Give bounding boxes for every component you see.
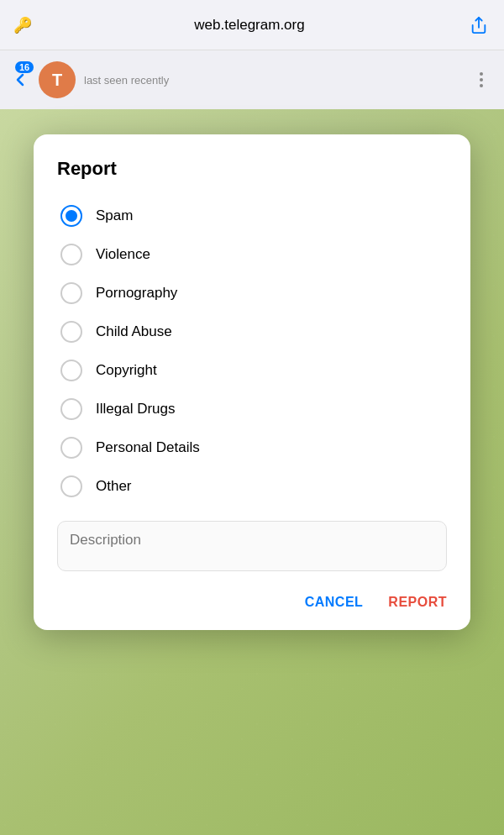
option-label-spam: Spam	[96, 207, 133, 224]
list-item[interactable]: Illegal Drugs	[57, 390, 447, 428]
lock-icon: 🔑	[13, 16, 32, 34]
modal-overlay: Report Spam Violence Pornography Child A…	[0, 109, 504, 835]
more-button[interactable]	[469, 72, 494, 87]
modal-actions: CANCEL REPORT	[57, 595, 447, 610]
description-input[interactable]	[57, 521, 447, 571]
radio-copyright[interactable]	[60, 360, 82, 381]
share-button[interactable]	[467, 13, 491, 37]
option-label-other: Other	[96, 478, 132, 495]
report-button[interactable]: REPORT	[388, 595, 447, 610]
list-item[interactable]: Child Abuse	[57, 312, 447, 351]
option-label-violence: Violence	[96, 246, 150, 263]
modal-title: Report	[57, 158, 447, 180]
option-label-child-abuse: Child Abuse	[96, 323, 172, 340]
radio-personal-details[interactable]	[60, 437, 82, 459]
cancel-button[interactable]: CANCEL	[305, 595, 364, 610]
browser-bar: 🔑 web.telegram.org	[0, 0, 504, 50]
back-button[interactable]: 16	[10, 70, 30, 90]
radio-pornography[interactable]	[60, 282, 82, 304]
radio-violence[interactable]	[60, 244, 82, 265]
radio-illegal-drugs[interactable]	[60, 398, 82, 420]
avatar: T	[39, 61, 76, 98]
option-label-copyright: Copyright	[96, 362, 157, 379]
list-item[interactable]: Personal Details	[57, 428, 447, 467]
list-item[interactable]: Pornography	[57, 274, 447, 312]
list-item[interactable]: Violence	[57, 235, 447, 274]
back-badge: 16	[15, 61, 34, 73]
browser-url[interactable]: web.telegram.org	[32, 17, 467, 34]
chat-header: 16 T last seen recently	[0, 50, 504, 109]
report-options-list: Spam Violence Pornography Child Abuse Co…	[57, 197, 447, 506]
radio-spam[interactable]	[60, 205, 82, 227]
option-label-pornography: Pornography	[96, 285, 177, 302]
option-label-illegal-drugs: Illegal Drugs	[96, 401, 176, 418]
radio-other[interactable]	[60, 475, 82, 497]
option-label-personal-details: Personal Details	[96, 439, 200, 456]
radio-child-abuse[interactable]	[60, 321, 82, 343]
chat-status: last seen recently	[84, 74, 460, 87]
chat-info: last seen recently	[84, 74, 460, 87]
list-item[interactable]: Other	[57, 467, 447, 506]
list-item[interactable]: Copyright	[57, 351, 447, 390]
report-modal: Report Spam Violence Pornography Child A…	[34, 134, 470, 630]
list-item[interactable]: Spam	[57, 197, 447, 235]
